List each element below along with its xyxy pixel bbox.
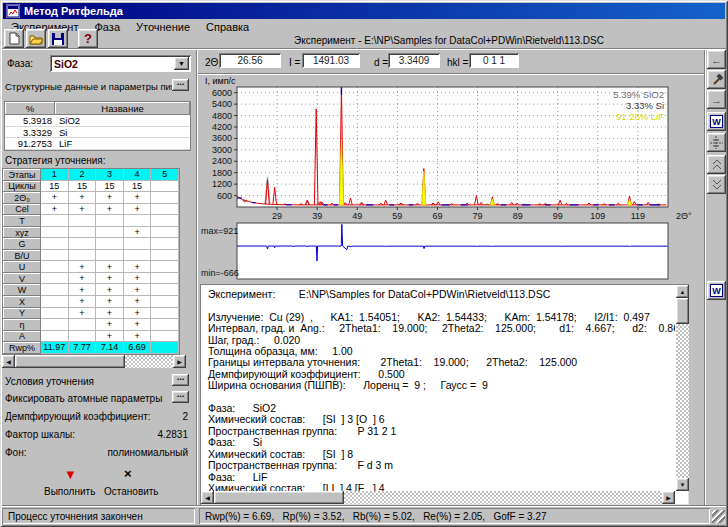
strategy-cell[interactable] [41, 238, 69, 250]
strategy-cell[interactable] [151, 331, 179, 343]
strategy-cell[interactable]: + [96, 308, 124, 320]
strategy-cell[interactable]: + [41, 204, 69, 216]
strategy-cell[interactable] [151, 192, 179, 204]
phase-name[interactable]: Si [55, 127, 190, 139]
strategy-cell[interactable]: + [96, 273, 124, 285]
scroll-down-icon[interactable]: ▼ [676, 478, 689, 491]
strategy-row-label[interactable]: Циклы [3, 181, 41, 193]
difference-chart[interactable]: max=921min=-666 [200, 222, 702, 282]
menu-refinement[interactable]: Уточнение [128, 20, 198, 34]
word-export-button[interactable]: W [707, 281, 726, 300]
strategy-cell[interactable] [69, 319, 97, 331]
strategy-cell[interactable] [69, 227, 97, 239]
strategy-cell[interactable] [41, 250, 69, 262]
strategy-row-label[interactable]: V [3, 273, 41, 285]
strategy-cell[interactable]: 15 [41, 181, 69, 193]
strategy-cell[interactable] [151, 238, 179, 250]
strategy-cell[interactable] [41, 331, 69, 343]
strategy-cell[interactable]: + [69, 192, 97, 204]
strategy-stage-header[interactable]: 1 [41, 169, 69, 181]
strategy-row-label[interactable]: T [3, 215, 41, 227]
phases-header-name[interactable]: Название [55, 102, 190, 115]
strategy-cell[interactable] [151, 308, 179, 320]
strategy-cell[interactable]: + [124, 319, 152, 331]
strategy-row-label[interactable]: A [3, 331, 41, 343]
strategy-cell[interactable]: + [124, 296, 152, 308]
strategy-cell[interactable] [96, 250, 124, 262]
strategy-cell[interactable] [69, 250, 97, 262]
scroll-right-icon[interactable]: ▶ [662, 491, 675, 504]
phase-name[interactable]: LiF [55, 138, 190, 150]
strategy-cell[interactable] [151, 296, 179, 308]
scrollbar-track[interactable] [676, 298, 689, 478]
strategy-cell[interactable]: 15 [69, 181, 97, 193]
strategy-cell[interactable]: + [124, 192, 152, 204]
strategy-cell[interactable]: + [96, 204, 124, 216]
strategy-cell[interactable]: + [124, 227, 152, 239]
strategy-cell[interactable] [151, 319, 179, 331]
strategy-cell[interactable]: + [124, 204, 152, 216]
fix-atomic-params-button[interactable]: ... [172, 391, 189, 403]
strategy-cell[interactable] [124, 238, 152, 250]
report-horizontal-scrollbar[interactable]: ◀ ▶ [201, 491, 675, 504]
d-field[interactable]: 3.3409 [388, 53, 440, 68]
report-vertical-scrollbar[interactable]: ▲ ▼ [676, 285, 689, 491]
strategy-cell[interactable] [69, 215, 97, 227]
strategy-cell[interactable]: + [96, 261, 124, 273]
main-diffraction-chart[interactable]: 2939495969798999109119600120018002400300… [200, 84, 702, 220]
strategy-cell[interactable]: + [96, 331, 124, 343]
strategy-cell[interactable]: + [124, 261, 152, 273]
strategy-cell[interactable] [151, 273, 179, 285]
strategy-cell[interactable] [69, 331, 97, 343]
menu-help[interactable]: Справка [198, 20, 257, 34]
strategy-cell[interactable]: + [69, 308, 97, 320]
strategy-stage-header[interactable]: 2 [69, 169, 97, 181]
strategy-cell[interactable] [41, 227, 69, 239]
strategy-cell[interactable] [96, 215, 124, 227]
strategy-row-label[interactable]: B/U [3, 250, 41, 262]
strategy-row-label[interactable]: Cel [3, 204, 41, 216]
tool-button[interactable] [707, 70, 726, 89]
strategy-cell[interactable]: + [69, 273, 97, 285]
scrollbar-thumb[interactable] [15, 355, 125, 368]
scrollbar-track[interactable] [214, 491, 662, 504]
scroll-right-icon[interactable]: ▶ [173, 355, 186, 368]
strategy-stage-header[interactable]: 3 [96, 169, 124, 181]
stop-x-icon[interactable]: × [124, 467, 132, 480]
strategy-cell[interactable]: 15 [96, 181, 124, 193]
next-peak-button[interactable]: → [707, 90, 726, 109]
expand-up-button[interactable] [707, 155, 726, 174]
run-button[interactable]: Выполнить [44, 486, 95, 497]
strategy-cell[interactable] [41, 215, 69, 227]
strategy-row-label[interactable]: X [3, 296, 41, 308]
strategy-row-label[interactable]: U [3, 261, 41, 273]
open-button[interactable] [26, 29, 46, 48]
intensity-field[interactable]: 1491.03 [302, 53, 360, 68]
phase-percent[interactable]: 5.3918 [5, 115, 55, 127]
strategy-cell[interactable]: + [69, 261, 97, 273]
twotheta-field[interactable]: 26.56 [219, 53, 281, 68]
combobox-dropdown-button[interactable]: ▼ [174, 57, 189, 70]
scrollbar-thumb[interactable] [214, 491, 344, 504]
scroll-left-icon[interactable]: ◀ [2, 355, 15, 368]
strategy-cell[interactable]: 15 [124, 181, 152, 193]
strategy-horizontal-scrollbar[interactable]: ◀ ▶ [2, 355, 186, 368]
structure-data-button[interactable]: ... [172, 79, 189, 91]
phase-percent[interactable]: 3.3329 [5, 127, 55, 139]
scrollbar-thumb[interactable] [676, 298, 689, 324]
scrollbar-track[interactable] [15, 355, 173, 368]
strategy-cell[interactable] [151, 250, 179, 262]
word-report-button[interactable]: W [707, 112, 726, 131]
axes-button[interactable] [707, 133, 726, 152]
strategy-cell[interactable]: + [96, 284, 124, 296]
strategy-cell[interactable] [69, 238, 97, 250]
save-button[interactable] [48, 29, 68, 48]
strategy-cell[interactable] [151, 227, 179, 239]
run-triangle-icon[interactable]: ▼ [64, 468, 77, 481]
strategy-cell[interactable]: + [41, 192, 69, 204]
refine-conditions-button[interactable]: ... [172, 374, 189, 386]
strategy-cell[interactable] [41, 319, 69, 331]
stop-button[interactable]: Остановить [104, 486, 159, 497]
strategy-row-label[interactable]: 2Θ₀ [3, 192, 41, 204]
strategy-cell[interactable]: + [96, 296, 124, 308]
